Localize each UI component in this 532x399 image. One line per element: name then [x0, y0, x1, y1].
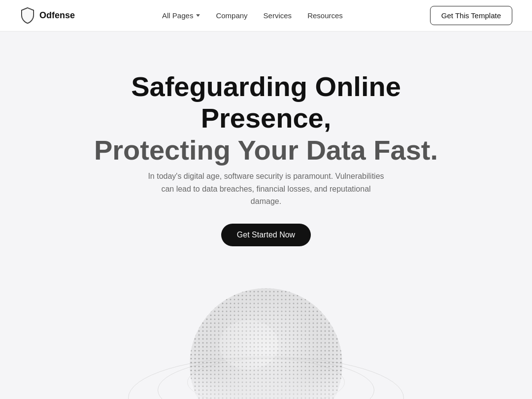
- nav-resources[interactable]: Resources: [307, 11, 343, 20]
- hero-subtext: In today's digital age, software securit…: [148, 170, 384, 208]
- navbar: Odfense All Pages Company Services Resou…: [0, 0, 532, 32]
- nav-links: All Pages Company Services Resources: [162, 11, 343, 20]
- svg-rect-5: [177, 286, 355, 399]
- hero-section: Safeguarding Online Presence, Protecting…: [0, 32, 532, 399]
- shield-icon: [20, 7, 35, 25]
- get-started-button[interactable]: Get Started Now: [221, 224, 311, 246]
- globe-svg: [177, 286, 355, 399]
- nav-company[interactable]: Company: [216, 11, 247, 20]
- logo-text: Odfense: [39, 10, 75, 21]
- nav-services[interactable]: Services: [264, 11, 292, 20]
- headline-line2: Protecting Your Data Fast.: [94, 134, 438, 166]
- chevron-down-icon: [196, 14, 200, 17]
- headline-line1: Safeguarding Online Presence,: [131, 71, 401, 133]
- nav-all-pages[interactable]: All Pages: [162, 11, 200, 20]
- globe-visual: [133, 266, 399, 399]
- logo[interactable]: Odfense: [20, 7, 75, 25]
- get-template-button[interactable]: Get This Template: [430, 6, 512, 25]
- hero-headline: Safeguarding Online Presence, Protecting…: [94, 71, 438, 166]
